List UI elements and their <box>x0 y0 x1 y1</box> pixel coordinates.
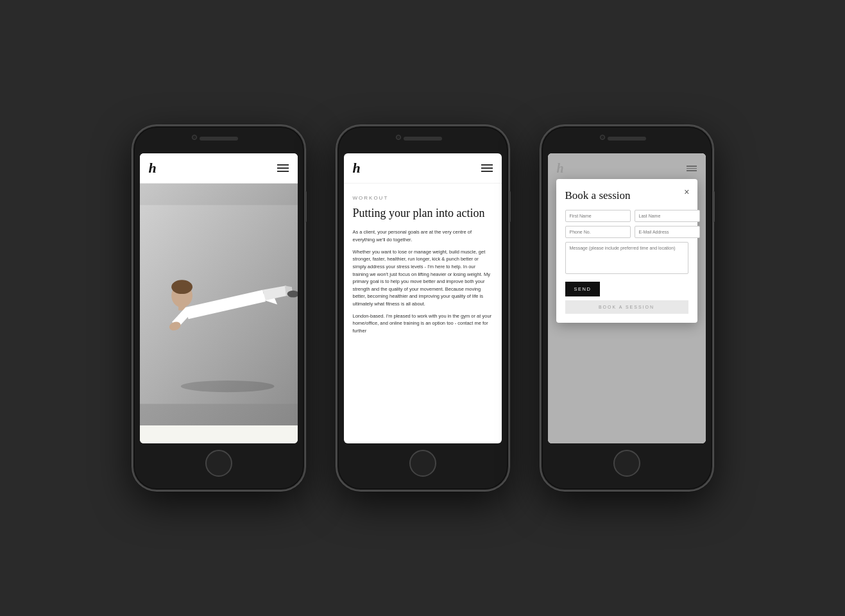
camera-3 <box>600 135 605 140</box>
book-session-modal: Book a session × SEND BOOK A SESSION <box>556 179 697 323</box>
article-body: As a client, your personal goals are at … <box>353 228 493 334</box>
svg-point-6 <box>180 381 274 392</box>
phone-1-header: h <box>140 153 298 184</box>
hamburger-icon-2[interactable] <box>481 164 493 172</box>
home-button-2[interactable] <box>409 450 436 477</box>
logo-2: h <box>353 161 361 175</box>
athlete-illustration <box>140 184 298 425</box>
paragraph-3: London-based. I'm pleased to work with y… <box>353 312 493 335</box>
last-name-input[interactable] <box>635 210 700 222</box>
phone-2-content: WORKOUT Putting your plan into action As… <box>344 184 502 443</box>
modal-close-button[interactable]: × <box>684 187 689 197</box>
name-row <box>565 210 688 222</box>
send-button[interactable]: SEND <box>565 282 601 296</box>
article-title: Putting your plan into action <box>353 206 493 221</box>
phone-input[interactable] <box>565 226 631 238</box>
phone-2-screen: h WORKOUT Putting your plan into action … <box>344 153 502 443</box>
home-button-3[interactable] <box>613 450 640 477</box>
hamburger-icon-1[interactable] <box>277 164 289 172</box>
modal-overlay: Book a session × SEND BOOK A SESSION <box>548 153 706 443</box>
modal-title: Book a session <box>565 189 688 202</box>
phone-1-footer <box>140 425 298 443</box>
home-button-1[interactable] <box>205 450 232 477</box>
camera-1 <box>192 135 197 140</box>
phone-1-screen: h <box>140 153 298 443</box>
logo-1: h <box>149 161 157 175</box>
camera-2 <box>396 135 401 140</box>
message-input[interactable] <box>565 242 688 274</box>
phone-2-header: h <box>344 153 502 184</box>
phone-3: h Whether you want to lose or manage wei… <box>540 125 713 491</box>
svg-point-2 <box>171 280 192 294</box>
paragraph-1: As a client, your personal goals are at … <box>353 228 493 243</box>
phone-2: h WORKOUT Putting your plan into action … <box>336 125 509 491</box>
email-input[interactable] <box>635 226 700 238</box>
workout-tag: WORKOUT <box>353 195 493 201</box>
phone-1: h <box>132 125 305 491</box>
paragraph-2: Whether you want to lose or manage weigh… <box>353 248 493 308</box>
first-name-input[interactable] <box>565 210 631 222</box>
hero-image <box>140 184 298 425</box>
book-session-button[interactable]: BOOK A SESSION <box>565 300 688 314</box>
phone-3-screen: h Whether you want to lose or manage wei… <box>548 153 706 443</box>
phones-container: h <box>107 99 739 517</box>
contact-row <box>565 226 688 238</box>
